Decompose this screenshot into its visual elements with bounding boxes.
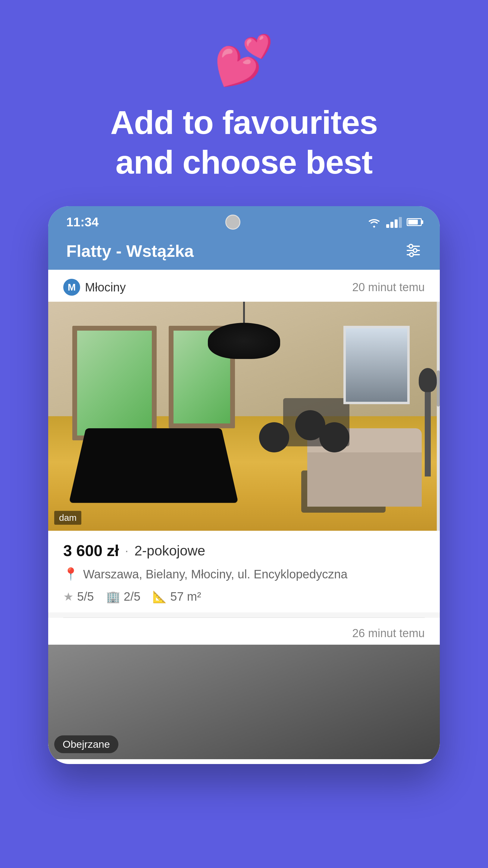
heart-icon: 💕 <box>214 36 274 84</box>
hero-title: Add to favourites and choose best <box>110 102 378 182</box>
area-value: 57 m² <box>170 590 201 603</box>
svg-point-3 <box>409 244 413 248</box>
listing-rooms: 2-pokojowe <box>134 542 205 559</box>
metro-icon: M <box>63 279 80 296</box>
hero-section: 💕 Add to favourites and choose best <box>110 0 378 206</box>
photo-watermark: dam <box>54 511 82 525</box>
listing-1-header: M Młociny 20 minut temu <box>48 270 440 302</box>
wall-art-image <box>346 328 407 402</box>
status-circle <box>225 215 240 230</box>
phone-content: M Młociny 20 minut temu <box>48 270 440 759</box>
window-left <box>72 326 157 440</box>
listing-stats: ★ 5/5 🏢 2/5 📐 57 m² <box>63 590 425 603</box>
listing-card-2[interactable]: 26 minut temu Obejrzane <box>48 618 440 759</box>
listing-2-header: 26 minut temu <box>48 618 440 645</box>
battery-icon <box>407 218 422 226</box>
listing-1-time: 20 minut temu <box>352 281 425 294</box>
listing-address-text: Warszawa, Bielany, Młociny, ul. Encyklop… <box>83 566 347 583</box>
hero-title-line1: Add to favourites <box>110 104 378 141</box>
listing-address: 📍 Warszawa, Bielany, Młociny, ul. Encykl… <box>63 566 425 583</box>
area-stat: 📐 57 m² <box>153 590 201 603</box>
location-icon: 📍 <box>63 567 78 581</box>
listing-price: 3 600 zł <box>63 541 119 560</box>
listing-1-image: dam <box>48 302 440 531</box>
listing-card-1[interactable]: M Młociny 20 minut temu <box>48 270 440 613</box>
metro-badge: M Młociny <box>63 279 126 296</box>
status-time: 11:34 <box>66 215 98 229</box>
phone-top-bar: 11:34 <box>48 206 440 270</box>
hero-title-line2: and choose best <box>116 144 372 181</box>
svg-point-5 <box>410 253 413 256</box>
wifi-icon <box>367 216 381 228</box>
wall-art <box>344 326 410 404</box>
svg-point-4 <box>413 249 417 252</box>
rating-stat: ★ 5/5 <box>63 590 94 603</box>
listing-2-time: 26 minut temu <box>352 627 425 640</box>
filter-icon[interactable] <box>405 243 422 259</box>
chair-3 <box>319 422 350 453</box>
floor-lamp-pole <box>425 386 431 476</box>
status-bar: 11:34 <box>66 215 422 230</box>
scroll-thumb <box>437 370 440 407</box>
app-title: Flatty - Wstążka <box>66 241 194 261</box>
listing-1-details: 3 600 zł · 2-pokojowe 📍 Warszawa, Bielan… <box>48 531 440 613</box>
building-icon: 🏢 <box>106 590 120 603</box>
scroll-indicator[interactable] <box>437 302 440 531</box>
sofa <box>307 446 422 507</box>
floor-stat: 🏢 2/5 <box>106 590 141 603</box>
ceiling-lamp-wire <box>243 302 245 326</box>
phone-mockup: 11:34 <box>48 206 440 764</box>
listing-2-image: Obejrzane <box>48 645 440 759</box>
floor-value: 2/5 <box>124 590 141 603</box>
rug <box>69 428 238 503</box>
ceiling-lamp-shade <box>208 323 280 359</box>
status-icons <box>367 216 422 228</box>
signal-icon <box>386 216 402 228</box>
metro-station-name: Młociny <box>85 281 126 294</box>
area-icon: 📐 <box>153 590 167 603</box>
chair-2 <box>259 422 289 453</box>
price-dot: · <box>125 544 128 558</box>
viewed-badge: Obejrzane <box>54 735 119 753</box>
room-photo: dam <box>48 302 440 531</box>
floor-lamp-shade <box>419 368 437 392</box>
rating-value: 5/5 <box>77 590 94 603</box>
price-row: 3 600 zł · 2-pokojowe <box>63 541 425 560</box>
app-header: Flatty - Wstążka <box>66 235 422 270</box>
star-icon: ★ <box>63 590 73 603</box>
